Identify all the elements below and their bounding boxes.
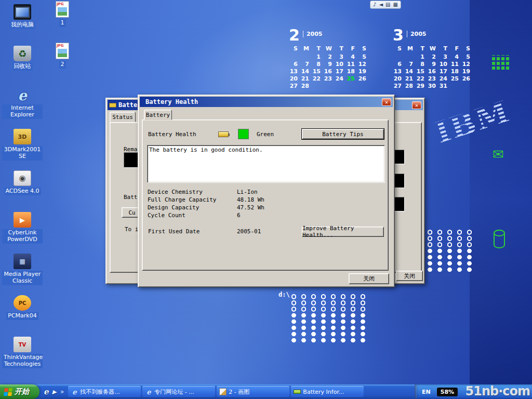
- drive-label: d:\: [278, 291, 290, 298]
- database-icon: [494, 230, 505, 248]
- window-title: Battery Health: [141, 98, 382, 105]
- field-value: 48.18 Wh: [237, 196, 264, 204]
- condition-text: The battery is in good condition.: [149, 147, 263, 153]
- quick-launch-internet-explorer[interactable]: e: [44, 388, 49, 396]
- first-used-label: First Used Date: [148, 228, 200, 235]
- quick-launch-overflow-chevron[interactable]: »: [60, 388, 64, 395]
- task-buttons: 找不到服务器... 专门网论坛 - ... 2 - 画图 Battery Inf…: [68, 384, 364, 399]
- first-used-value: 2005-01: [237, 228, 261, 235]
- field-value: 47.52 Wh: [237, 204, 264, 211]
- desktop-file-icon[interactable]: JPG 1: [48, 1, 77, 43]
- calendar-year: 2005: [303, 31, 323, 37]
- battery-tray-badge[interactable]: 58%: [437, 388, 458, 396]
- task-button[interactable]: 2 - 画图: [217, 386, 289, 397]
- icon-my-computer[interactable]: 我的电脑: [2, 4, 43, 46]
- watermark: 51nb·com: [465, 384, 530, 398]
- desktop-icon-label: 回收站: [12, 63, 33, 71]
- dot-pattern: [289, 312, 368, 343]
- windows-logo-icon: [4, 388, 12, 396]
- calendar-days: 1234567891011121314151617181920212223242…: [393, 54, 480, 90]
- desktop-icon-label: ACDSee 4.0: [4, 188, 41, 195]
- ring-dot-pattern: [289, 294, 368, 312]
- battery-health-window: Battery Health Battery Battery Health Gr…: [138, 95, 395, 287]
- icon-cyberlink-powerdvd[interactable]: ▶ CyberLink PowerDVD: [2, 212, 43, 254]
- desktop-icon-label: 3DMark2001 SE: [2, 146, 43, 161]
- task-button[interactable]: 找不到服务器...: [68, 386, 141, 397]
- calendar-february-2005: 2 2005 SMTWTFS 1234567891011121314151617…: [289, 28, 376, 90]
- field-value: 6: [237, 211, 264, 219]
- tab-status[interactable]: Status: [110, 112, 136, 122]
- desktop-icon-label: PCMark04: [6, 312, 38, 320]
- task-button[interactable]: 专门网论坛 - ...: [142, 386, 215, 397]
- language-indicator[interactable]: EN: [422, 389, 431, 395]
- top-toolbar[interactable]: ♪◄▤▦: [370, 1, 401, 9]
- icon-recycle-bin[interactable]: ♻ 回收站: [2, 46, 43, 87]
- icon-internet-explorer[interactable]: e Internet Explorer: [2, 87, 43, 129]
- desktop-icon-label: 我的电脑: [9, 21, 35, 29]
- battery-detail-fields: Device Chemistry Li-Ion Full Charge Capa…: [148, 188, 264, 219]
- start-button[interactable]: 开始: [0, 384, 39, 399]
- mail-icon: ✉: [493, 148, 504, 161]
- calendar-day-headers: SMTWTFS: [393, 45, 480, 54]
- close-button[interactable]: 关闭: [396, 271, 423, 281]
- dot-pattern: [425, 248, 473, 273]
- ring-dot-pattern: [425, 229, 473, 248]
- field-label: Full Charge Capacity: [148, 196, 237, 204]
- field-label: Cycle Count: [148, 211, 237, 219]
- calendar-day-headers: SMTWTFS: [289, 45, 376, 54]
- desktop-icon-label: Internet Explorer: [2, 104, 43, 119]
- calendar-month: 3: [393, 28, 404, 43]
- desktop-icon-column: 我的电脑 ♻ 回收站 e Internet Explorer 3D 3DMark…: [2, 4, 43, 378]
- task-button[interactable]: Battery Infor...: [291, 386, 364, 397]
- health-status-indicator: [238, 129, 249, 139]
- icon-thinkvantage[interactable]: TV ThinkVantage Technologies: [2, 337, 43, 378]
- desktop-file-column: JPG 1 JPG 2: [48, 1, 77, 84]
- desktop-file-label: 2: [59, 61, 66, 69]
- battery-health-titlebar[interactable]: Battery Health: [140, 97, 393, 107]
- task-icon: [219, 388, 227, 395]
- field-label: Device Chemistry: [148, 188, 237, 196]
- battery-app-icon: [109, 103, 116, 108]
- close-icon[interactable]: [412, 101, 421, 109]
- battery-health-label: Battery Health: [148, 131, 196, 138]
- grid-icon: [492, 55, 511, 70]
- task-icon: [71, 388, 78, 395]
- desktop-icon-label: ThinkVantage Technologies: [2, 354, 43, 368]
- health-status-text: Green: [257, 131, 274, 138]
- icon-pcmark04[interactable]: PC PCMark04: [2, 295, 43, 337]
- close-icon[interactable]: [382, 98, 391, 106]
- icon-acdsee[interactable]: ◉ ACDSee 4.0: [2, 170, 43, 212]
- task-icon: [294, 390, 301, 394]
- calendar-march-2005: 3 2005 SMTWTFS 1234567891011121314151617…: [393, 28, 480, 90]
- audio-icon[interactable]: ♪: [373, 2, 376, 7]
- field-value: Li-Ion: [237, 188, 264, 196]
- battery-tips-button[interactable]: Battery Tips: [302, 129, 384, 139]
- battery-label: Batt: [124, 194, 138, 201]
- keyboard-icon[interactable]: ▦: [393, 2, 398, 7]
- condition-textbox[interactable]: The battery is in good condition.: [147, 145, 385, 183]
- calendar-month: 2: [289, 28, 300, 43]
- task-icon: [145, 388, 152, 395]
- icon-media-player-classic[interactable]: ▦ Media Player Classic: [2, 254, 43, 295]
- calendar-days: 1234567891011121314151617181920212223242…: [289, 54, 376, 90]
- taskbar: 开始 e ▶ » 找不到服务器... 专门网论坛 - ... 2 - 画图: [0, 384, 532, 399]
- close-button[interactable]: 关闭: [349, 273, 389, 284]
- field-label: Design Capacity: [148, 204, 237, 211]
- desktop-file-label: 1: [59, 19, 66, 27]
- start-label: 开始: [15, 387, 29, 396]
- jpg-file-icon: JPG: [56, 1, 69, 18]
- desktop-file-icon[interactable]: JPG 2: [48, 43, 77, 84]
- desktop-icon-label: CyberLink PowerDVD: [2, 229, 43, 244]
- jpg-file-icon: JPG: [56, 43, 69, 59]
- display-icon[interactable]: ▤: [385, 2, 390, 7]
- quick-launch: e ▶ »: [39, 384, 68, 399]
- quick-launch-media-player[interactable]: ▶: [52, 389, 57, 395]
- improve-battery-health-button[interactable]: Improve Battery Health...: [302, 227, 384, 237]
- tab-battery[interactable]: Battery: [144, 110, 172, 120]
- battery-tab-page: Battery Health Green Battery Tips The ba…: [142, 119, 389, 271]
- battery-gauge: [124, 152, 139, 168]
- battery-icon: [218, 131, 229, 137]
- volume-icon[interactable]: ◄: [379, 2, 383, 7]
- icon-3dmark2001-se[interactable]: 3D 3DMark2001 SE: [2, 129, 43, 170]
- to-increase-label: To i: [125, 226, 139, 233]
